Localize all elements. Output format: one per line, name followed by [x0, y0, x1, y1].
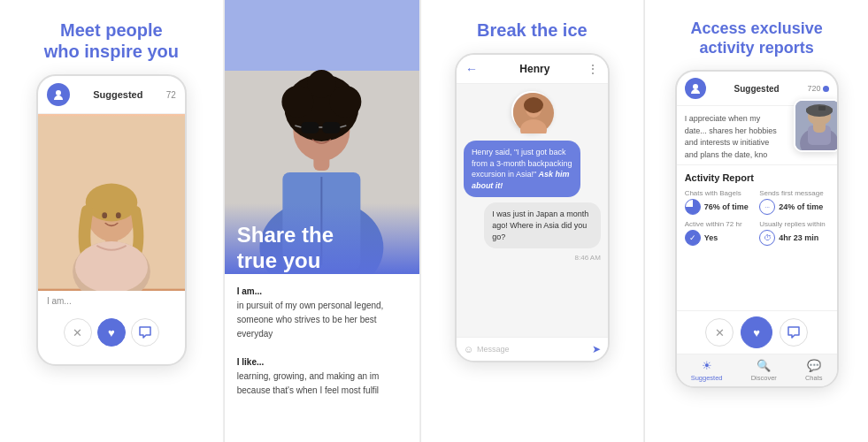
svg-point-30	[693, 84, 698, 89]
nav-suggested[interactable]: ☀ Suggested	[691, 359, 723, 382]
chat-avatar-area	[464, 91, 601, 132]
svg-point-18	[281, 86, 313, 118]
chat-time: 8:46 AM	[464, 254, 601, 262]
dislike-button[interactable]: ✕	[64, 318, 92, 347]
panel-1-title: Meet people who inspire you	[44, 19, 179, 62]
more-icon[interactable]: ⋮	[587, 62, 599, 76]
bio-ilike-label: I like...	[237, 357, 265, 367]
panel-share: I am... in pursuit of my own personal le…	[224, 0, 420, 442]
chat-mockup: ← Henry ⋮ Henry said, "I just got back f…	[455, 53, 610, 362]
stat-active: Active within 72 hr ✓ Yes	[685, 220, 755, 246]
stat-first-msg-label: Sends first message	[759, 189, 829, 197]
chat-bubble-them: Henry said, "I just got back from a 3-mo…	[464, 141, 580, 197]
act-bottom-nav: ☀ Suggested 🔍 Discover 💬 Chats	[677, 354, 837, 386]
chat-body: Henry said, "I just got back from a 3-mo…	[457, 84, 608, 337]
phone-footer-1: I am...	[38, 291, 185, 311]
message-input[interactable]: Message	[477, 345, 588, 354]
suggested-icon: ☀	[702, 359, 712, 372]
phone-mockup-1: Suggested 72	[36, 74, 187, 366]
svg-point-5	[86, 184, 138, 222]
notification-dot	[823, 86, 829, 92]
bio-ilike-text: learning, growing, and making an im beca…	[237, 371, 380, 395]
back-icon[interactable]: ←	[465, 62, 478, 76]
stat-replies-icon: ⏱	[759, 230, 775, 246]
act-header-num: 720	[808, 84, 829, 93]
stat-active-row: ✓ Yes	[685, 230, 755, 246]
act-bottom-actions: ✕ ♥	[677, 310, 837, 354]
stat-active-label: Active within 72 hr	[685, 220, 755, 228]
iam-label: I am...	[47, 296, 176, 306]
nav-chats-label: Chats	[805, 374, 823, 382]
panel-2-title: Share the true you	[237, 223, 407, 274]
stat-chats-icon	[685, 199, 701, 215]
svg-rect-22	[322, 122, 340, 133]
act-bio-snippet: I appreciate when my date... shares her …	[677, 106, 837, 165]
chat-header: ← Henry ⋮	[457, 55, 608, 84]
panel-meet-people: Meet people who inspire you Suggested 72	[0, 0, 224, 442]
stat-chats: Chats with Bagels 76% of time	[685, 189, 755, 215]
svg-rect-21	[301, 122, 319, 133]
nav-suggested-label: Suggested	[691, 374, 723, 382]
stat-chats-row: 76% of time	[685, 199, 755, 215]
stat-active-value: Yes	[704, 233, 718, 242]
stat-replies: Usually replies within ⏱ 4hr 23 min	[759, 220, 829, 246]
act-person-float-img	[794, 99, 839, 152]
stat-replies-row: ⏱ 4hr 23 min	[759, 230, 829, 246]
svg-point-19	[329, 86, 361, 118]
act-dislike-button[interactable]: ✕	[705, 318, 734, 347]
panel-break-ice: Break the ice ← Henry ⋮ Henry said, "I j…	[420, 0, 645, 442]
panel-3-title: Break the ice	[477, 19, 588, 41]
svg-point-20	[307, 70, 335, 98]
svg-point-7	[116, 212, 121, 218]
act-like-button[interactable]: ♥	[741, 316, 772, 348]
act-avatar	[685, 78, 706, 99]
avatar-icon-1	[47, 83, 70, 106]
send-icon[interactable]: ➤	[592, 343, 601, 355]
profile-photo-1	[38, 114, 185, 291]
stat-replies-value: 4hr 23 min	[779, 233, 818, 242]
activity-mockup: Suggested 720 I appreciate when my date.…	[675, 70, 839, 388]
nav-discover-label: Discover	[751, 374, 777, 382]
chat-profile-image	[511, 91, 552, 132]
svg-point-8	[75, 241, 148, 291]
stat-active-icon: ✓	[685, 230, 701, 246]
emoji-icon[interactable]: ☺	[464, 344, 473, 354]
chat-name: Henry	[483, 63, 587, 75]
stat-first-msg-value: 24% of time	[779, 202, 823, 211]
act-report-section: Activity Report Chats with Bagels 76% of…	[677, 165, 837, 253]
nav-chats[interactable]: 💬 Chats	[805, 359, 823, 382]
stat-replies-label: Usually replies within	[759, 220, 829, 228]
like-button[interactable]: ♥	[97, 318, 126, 347]
svg-point-0	[56, 90, 61, 95]
act-header-label: Suggested	[706, 84, 808, 94]
action-buttons-1: ✕ ♥	[38, 311, 185, 354]
svg-point-29	[524, 97, 543, 113]
act-message-button[interactable]	[780, 318, 808, 347]
act-stats-grid: Chats with Bagels 76% of time Sends firs…	[685, 189, 829, 246]
discover-icon: 🔍	[757, 359, 771, 372]
nav-discover[interactable]: 🔍 Discover	[751, 359, 777, 382]
stat-first-msg-icon: ···	[759, 199, 775, 215]
panel-activity: Access exclusive activity reports Sugges…	[644, 0, 868, 442]
phone-header-num-1: 72	[166, 90, 176, 100]
message-button[interactable]	[131, 318, 159, 347]
phone-header-label-1: Suggested	[70, 89, 166, 100]
stat-chats-value: 76% of time	[704, 202, 749, 211]
stat-chats-label: Chats with Bagels	[685, 189, 755, 197]
panel-4-title: Access exclusive activity reports	[691, 19, 823, 57]
bio-iam-text: in pursuit of my own personal legend, so…	[237, 301, 384, 339]
bio-iam-label: I am...	[237, 286, 262, 296]
chat-bubble-me: I was just in Japan a month ago! Where i…	[484, 202, 601, 248]
act-report-title: Activity Report	[685, 172, 829, 183]
stat-first-msg: Sends first message ··· 24% of time	[759, 189, 829, 215]
stat-first-msg-row: ··· 24% of time	[759, 199, 829, 215]
svg-point-6	[102, 212, 107, 218]
phone-header-1: Suggested 72	[38, 76, 185, 114]
svg-rect-38	[818, 106, 826, 110]
chats-icon: 💬	[807, 359, 821, 372]
chat-input-bar: ☺ Message ➤	[457, 337, 608, 361]
